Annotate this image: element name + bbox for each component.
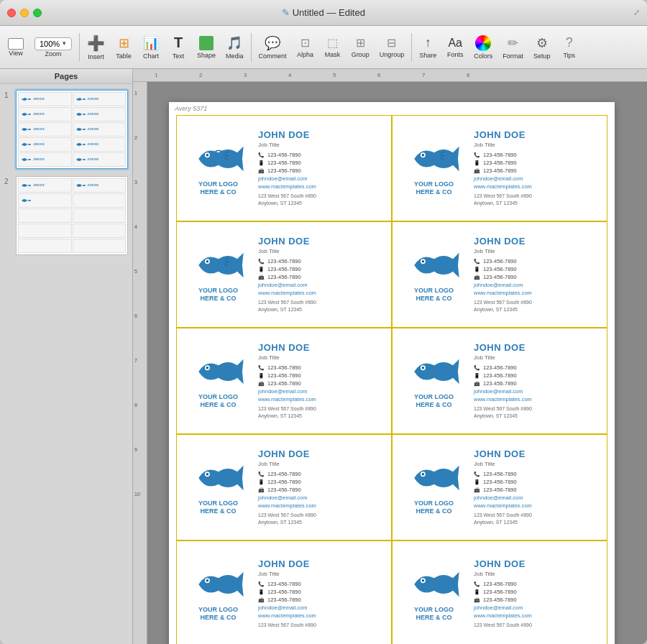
phone-icon-3: 📞: [258, 259, 265, 264]
card-right-4: JOHN DOE Job Title 📞123-456-7890 📱123-45…: [474, 236, 600, 313]
mobile-icon-7: 📱: [258, 479, 265, 485]
mobile-icon: 📱: [258, 160, 265, 166]
card-website-6: www.mactemplates.com: [474, 396, 600, 402]
format-button[interactable]: ✏ Format: [498, 32, 528, 63]
comment-button[interactable]: 💬 Comment: [254, 32, 291, 63]
mask-label: Mask: [325, 51, 341, 58]
alpha-icon: ⊡: [300, 36, 310, 50]
share-icon: ↑: [425, 35, 431, 50]
insert-button[interactable]: ➕ Insert: [83, 32, 109, 63]
view-button[interactable]: View: [3, 35, 29, 60]
ungroup-button[interactable]: ⊟ Ungroup: [375, 33, 409, 61]
zoom-control[interactable]: 100% ▼ Zoom: [30, 34, 76, 60]
card-right-5: JOHN DOE Job Title 📞123-456-7890 📱123-45…: [258, 342, 384, 420]
shape-label: Shape: [197, 52, 216, 59]
business-card-4[interactable]: YOUR LOGOHERE & CO JOHN DOE Job Title 📞1…: [392, 221, 607, 328]
media-button[interactable]: 🎵 Media: [221, 32, 248, 63]
colors-button[interactable]: Colors: [469, 32, 497, 63]
card-phone1-1: 📞 123-456-7890: [258, 152, 384, 158]
card-address-6: 123 West 567 South #890Anytown, ST 12345: [474, 405, 600, 420]
text-button[interactable]: T Text: [165, 32, 191, 63]
card-phone3-9: 📠123-456-7890: [258, 597, 384, 603]
card-phone1-2: 📞123-456-7890: [474, 152, 600, 158]
card-phone2-9: 📱123-456-7890: [258, 589, 384, 595]
group-button[interactable]: ⊞ Group: [347, 33, 374, 61]
page-thumbnail-2[interactable]: JOHN DOE JOHN DOE: [16, 176, 128, 255]
fonts-button[interactable]: Aa Fonts: [442, 34, 468, 61]
card-email-6: johndoe@email.com: [474, 388, 600, 395]
page-thumb-2[interactable]: 2 JOHN DOE JOHN DOE: [4, 176, 128, 255]
svg-point-11: [206, 367, 208, 369]
business-card-10[interactable]: YOUR LOGOHERE & CO JOHN DOE Job Title 📞1…: [392, 540, 607, 644]
close-button[interactable]: [7, 9, 16, 17]
table-button[interactable]: ⊞ Table: [111, 32, 137, 63]
ruler-v-9: 9: [134, 447, 137, 452]
mobile-icon-3: 📱: [258, 267, 265, 272]
fish-logo-5: [193, 353, 244, 390]
card-phone3-8: 📠123-456-7890: [474, 487, 600, 493]
fax-icon-9: 📠: [258, 597, 265, 603]
card-right-7: JOHN DOE Job Title 📞123-456-7890 📱123-45…: [258, 448, 384, 526]
fax-icon-4: 📠: [474, 275, 481, 280]
mask-button[interactable]: ⬚ Mask: [320, 33, 346, 61]
card-email-8: johndoe@email.com: [474, 494, 600, 501]
ruler-v-1: 1: [134, 91, 137, 96]
toolbar-separator-2: [251, 33, 252, 62]
card-phone3-1: 📠 123-456-7890: [258, 167, 384, 174]
view-label: View: [9, 50, 22, 57]
card-phone1-5: 📞123-456-7890: [258, 364, 384, 371]
business-card-8[interactable]: YOUR LOGOHERE & CO JOHN DOE Job Title 📞1…: [392, 434, 607, 540]
card-job-2: Job Title: [474, 142, 600, 148]
page-thumbnail-1[interactable]: JOHN DOE JOHN DOE JOHN DOE: [16, 90, 128, 169]
fullscreen-button[interactable]: [33, 9, 42, 17]
card-phone2-6: 📱123-456-7890: [474, 372, 600, 379]
business-card-7[interactable]: YOUR LOGOHERE & CO JOHN DOE Job Title 📞1…: [176, 434, 392, 540]
card-right-10: JOHN DOE Job Title 📞123-456-7890 📱123-45…: [474, 558, 600, 629]
chart-button[interactable]: 📊 Chart: [138, 32, 164, 63]
setup-button[interactable]: ⚙ Setup: [529, 32, 555, 63]
fullscreen-icon[interactable]: ⤢: [633, 8, 640, 17]
thumb-card: [18, 193, 72, 208]
sidebar-pages[interactable]: 1 JOHN DOE JOHN DOE: [0, 84, 132, 644]
logo-text-1: YOUR LOGOHERE & CO: [198, 180, 238, 196]
business-card-1[interactable]: YOUR LOGOHERE & CO JOHN DOE Job Title 📞 …: [176, 115, 392, 221]
card-address-5: 123 West 567 South #890Anytown, ST 12345: [258, 405, 384, 420]
card-email-4: johndoe@email.com: [474, 282, 600, 288]
mobile-icon-9: 📱: [258, 589, 265, 595]
svg-point-9: [421, 260, 423, 262]
phone-icon-2: 📞: [474, 152, 481, 158]
card-job-1: Job Title: [258, 142, 384, 148]
card-right-9: JOHN DOE Job Title 📞123-456-7890 📱123-45…: [258, 558, 384, 629]
card-job-7: Job Title: [258, 461, 384, 467]
fax-icon-5: 📠: [258, 381, 265, 387]
svg-point-13: [421, 367, 423, 369]
share-button[interactable]: ↑ Share: [415, 32, 441, 62]
svg-point-3: [206, 154, 208, 156]
thumb-card: JOHN DOE: [18, 178, 72, 193]
fish-logo-7: [193, 459, 244, 497]
business-card-5[interactable]: YOUR LOGOHERE & CO JOHN DOE Job Title 📞1…: [176, 328, 392, 434]
format-icon: ✏: [508, 35, 518, 51]
shape-button[interactable]: Shape: [193, 33, 220, 62]
business-card-3[interactable]: YOUR LOGOHERE & CO JOHN DOE Job Title 📞1…: [176, 221, 392, 328]
minimize-button[interactable]: [20, 9, 29, 17]
fish-logo-10: [408, 566, 460, 603]
card-address-2: 123 West 567 South #890Anytown, ST 12345: [474, 193, 600, 207]
page-thumb-1[interactable]: 1 JOHN DOE JOHN DOE: [4, 90, 128, 169]
tips-button[interactable]: ? Tips: [556, 32, 582, 62]
canvas-area[interactable]: 1 2 3 4 5 6 7 8 1 2 3 4 5 6: [133, 69, 647, 644]
card-right-8: JOHN DOE Job Title 📞123-456-7890 📱123-45…: [474, 448, 600, 526]
zoom-display[interactable]: 100% ▼: [35, 37, 72, 50]
chart-label: Chart: [143, 52, 159, 60]
mobile-icon-10: 📱: [474, 589, 481, 595]
business-card-2[interactable]: YOUR LOGOHERE & CO JOHN DOE Job Title 📞1…: [392, 115, 607, 221]
alpha-button[interactable]: ⊡ Alpha: [293, 33, 318, 61]
card-phone3-5: 📠123-456-7890: [258, 380, 384, 387]
card-website-7: www.mactemplates.com: [258, 502, 384, 509]
svg-point-19: [206, 579, 208, 581]
card-email-3: johndoe@email.com: [258, 282, 384, 288]
business-card-6[interactable]: YOUR LOGOHERE & CO JOHN DOE Job Title 📞1…: [392, 328, 607, 434]
business-card-9[interactable]: YOUR LOGOHERE & CO JOHN DOE Job Title 📞1…: [176, 540, 392, 644]
card-right-1: JOHN DOE Job Title 📞 123-456-7890 📱 123-…: [258, 129, 384, 207]
thumb-card: JOHN DOE: [18, 152, 72, 167]
